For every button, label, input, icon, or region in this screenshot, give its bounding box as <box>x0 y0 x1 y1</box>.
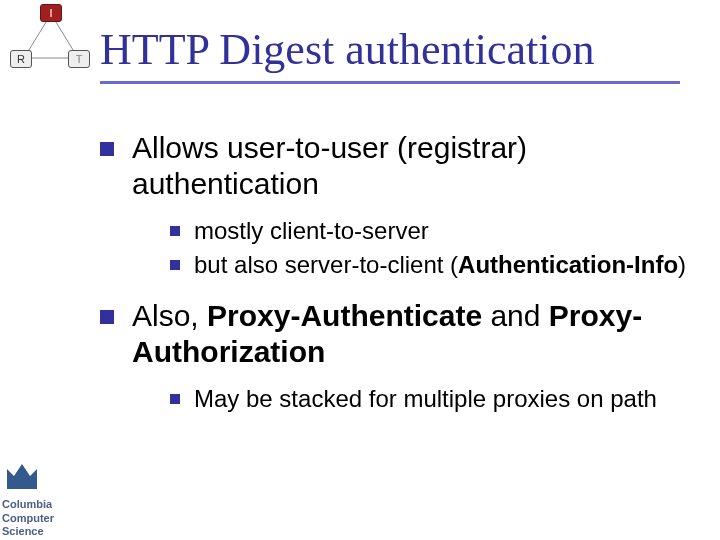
bullet-a-sub2-pre: but also server-to-client ( <box>194 251 458 278</box>
svg-rect-3 <box>7 484 37 489</box>
bullet-b-text: Also, Proxy-Authenticate and Proxy-Autho… <box>132 298 700 370</box>
slide: I R T HTTP Digest authentication Allows … <box>0 0 720 540</box>
trust-diagram: I R T <box>10 4 80 74</box>
logo-line3: Science <box>2 525 82 538</box>
bullet-icon <box>100 310 114 324</box>
bullet-b: Also, Proxy-Authenticate and Proxy-Autho… <box>100 298 700 370</box>
bullet-b-sub1-text: May be stacked for multiple proxies on p… <box>194 384 657 414</box>
slide-body: Allows user-to-user (registrar) authenti… <box>100 130 700 432</box>
bullet-a: Allows user-to-user (registrar) authenti… <box>100 130 700 202</box>
crown-icon <box>2 454 42 494</box>
columbia-logo: Columbia Computer Science <box>2 454 82 538</box>
bullet-a-sub2-text: but also server-to-client (Authenticatio… <box>194 250 686 280</box>
slide-title: HTTP Digest authentication <box>100 24 680 84</box>
bullet-a-text: Allows user-to-user (registrar) authenti… <box>132 130 700 202</box>
logo-line2: Computer <box>2 512 82 525</box>
bullet-b-sub1: May be stacked for multiple proxies on p… <box>170 384 700 414</box>
bullet-icon <box>170 260 180 270</box>
bullet-b-pre: Also, <box>132 299 207 332</box>
bullet-b-sublist: May be stacked for multiple proxies on p… <box>170 384 700 414</box>
diagram-node-r: R <box>10 50 32 68</box>
diagram-node-t: T <box>68 50 90 68</box>
bullet-a-sub2: but also server-to-client (Authenticatio… <box>170 250 700 280</box>
bullet-b-bold1: Proxy-Authenticate <box>207 299 482 332</box>
bullet-a-sub2-post: ) <box>678 251 686 278</box>
bullet-a-sub1: mostly client-to-server <box>170 216 700 246</box>
bullet-icon <box>170 394 180 404</box>
bullet-a-sublist: mostly client-to-server but also server-… <box>170 216 700 280</box>
bullet-a-sub1-text: mostly client-to-server <box>194 216 429 246</box>
logo-line1: Columbia <box>2 498 82 511</box>
bullet-icon <box>100 142 114 156</box>
bullet-b-mid: and <box>482 299 549 332</box>
bullet-icon <box>170 226 180 236</box>
bullet-a-sub2-bold: Authentication-Info <box>458 251 678 278</box>
diagram-node-i: I <box>40 4 62 22</box>
